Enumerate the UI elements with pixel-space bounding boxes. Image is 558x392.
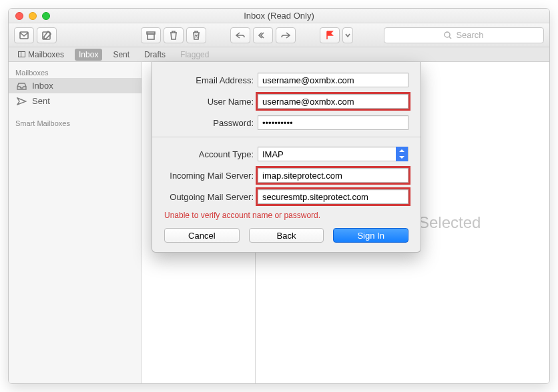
account-type-value: IMAP bbox=[262, 149, 284, 159]
favbar-sent[interactable]: Sent bbox=[109, 49, 133, 61]
cancel-button[interactable]: Cancel bbox=[164, 228, 240, 243]
svg-point-4 bbox=[445, 32, 450, 37]
delete-button[interactable] bbox=[164, 27, 184, 43]
archive-button[interactable] bbox=[141, 27, 161, 43]
outgoing-server-field[interactable] bbox=[258, 189, 408, 204]
password-field[interactable] bbox=[258, 115, 408, 130]
junk-button[interactable] bbox=[186, 27, 206, 43]
inbox-icon bbox=[17, 82, 27, 90]
sidebar-heading-mailboxes: Mailboxes bbox=[9, 65, 142, 78]
favbar-mailboxes[interactable]: Mailboxes bbox=[14, 49, 68, 61]
toolbar: Search bbox=[9, 23, 549, 47]
trash-icon bbox=[169, 31, 178, 40]
reply-icon bbox=[236, 31, 245, 40]
label-email: Email Address: bbox=[164, 75, 258, 85]
forward-button[interactable] bbox=[276, 27, 296, 43]
sidebar-item-inbox[interactable]: Inbox bbox=[9, 78, 142, 93]
search-placeholder: Search bbox=[456, 30, 483, 40]
label-account-type: Account Type: bbox=[164, 149, 258, 159]
chevron-down-icon bbox=[345, 33, 350, 38]
flag-button[interactable] bbox=[320, 27, 340, 43]
mailboxes-icon bbox=[18, 51, 25, 57]
svg-rect-3 bbox=[148, 34, 154, 39]
sheet-divider bbox=[152, 137, 421, 137]
minimize-window-button[interactable] bbox=[29, 12, 37, 20]
error-message: Unable to verify account name or passwor… bbox=[164, 211, 408, 220]
favbar-flagged[interactable]: Flagged bbox=[176, 49, 213, 61]
reply-all-button[interactable] bbox=[253, 27, 273, 43]
close-window-button[interactable] bbox=[15, 12, 23, 20]
reply-all-icon bbox=[258, 31, 268, 40]
mail-window: Inbox (Read Only) bbox=[8, 8, 550, 384]
sign-in-button[interactable]: Sign In bbox=[333, 228, 408, 243]
username-field[interactable] bbox=[258, 94, 408, 109]
junk-icon bbox=[192, 31, 201, 40]
email-field[interactable] bbox=[258, 73, 408, 87]
window-controls bbox=[9, 12, 50, 20]
favbar-drafts[interactable]: Drafts bbox=[140, 49, 170, 61]
compose-button[interactable] bbox=[37, 27, 57, 43]
reply-button[interactable] bbox=[230, 27, 250, 43]
forward-icon bbox=[281, 31, 290, 40]
favbar-inbox[interactable]: Inbox bbox=[75, 49, 102, 61]
sent-icon bbox=[17, 97, 27, 105]
get-mail-button[interactable] bbox=[14, 27, 34, 43]
zoom-window-button[interactable] bbox=[42, 12, 50, 20]
flag-icon bbox=[325, 31, 334, 40]
label-password: Password: bbox=[164, 118, 258, 128]
favorites-bar: Mailboxes Inbox Sent Drafts Flagged bbox=[9, 47, 549, 62]
flag-dropdown[interactable] bbox=[342, 27, 353, 43]
window-title: Inbox (Read Only) bbox=[9, 11, 549, 21]
archive-icon bbox=[146, 31, 156, 40]
label-incoming: Incoming Mail Server: bbox=[164, 171, 258, 181]
search-icon bbox=[444, 31, 452, 39]
search-field[interactable]: Search bbox=[384, 27, 544, 43]
label-outgoing: Outgoing Mail Server: bbox=[164, 192, 258, 202]
account-type-select[interactable]: IMAP bbox=[258, 147, 408, 161]
back-button[interactable]: Back bbox=[249, 228, 324, 243]
compose-icon bbox=[42, 31, 51, 40]
titlebar: Inbox (Read Only) bbox=[9, 9, 549, 23]
envelope-icon bbox=[19, 31, 29, 40]
sidebar-item-sent[interactable]: Sent bbox=[9, 93, 142, 109]
account-setup-sheet: Email Address: User Name: Password: Acco… bbox=[152, 62, 421, 253]
incoming-server-field[interactable] bbox=[258, 168, 408, 183]
label-username: User Name: bbox=[164, 97, 258, 107]
sidebar-heading-smart: Smart Mailboxes bbox=[9, 115, 142, 129]
sidebar: Mailboxes Inbox Sent Smart Mailboxes bbox=[9, 62, 142, 383]
select-stepper-icon bbox=[396, 147, 408, 161]
